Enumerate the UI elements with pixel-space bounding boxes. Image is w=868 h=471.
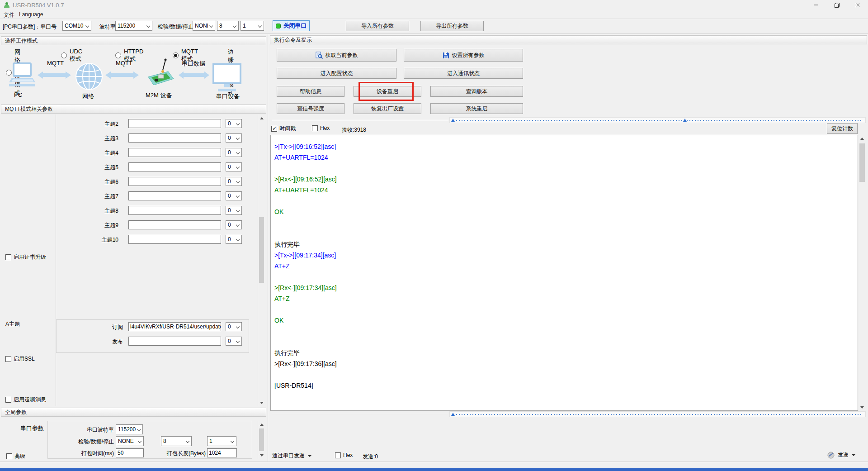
scrollbar-thumb[interactable] bbox=[259, 217, 264, 283]
topic-qos-select[interactable]: 0 bbox=[226, 119, 242, 128]
timestamp-checkbox[interactable] bbox=[271, 126, 277, 132]
log-hscrollbar[interactable] bbox=[449, 117, 866, 123]
get-params-button[interactable]: 获取当前参数 bbox=[277, 49, 396, 62]
will-checkbox-row[interactable]: 启用遗嘱消息 bbox=[5, 396, 46, 404]
packtime-input[interactable]: 50 bbox=[116, 448, 144, 457]
hscroll-thumb-icon[interactable] bbox=[451, 119, 455, 122]
hscroll-groove bbox=[272, 414, 448, 415]
cert-upgrade-checkbox[interactable] bbox=[5, 254, 11, 260]
global-parity-select[interactable]: NONE bbox=[116, 436, 144, 446]
topic-qos-select[interactable]: 0 bbox=[226, 133, 242, 143]
recv-count-label: 接收:3918 bbox=[342, 126, 366, 134]
com-port-select[interactable]: COM10 bbox=[62, 21, 91, 31]
scrollbar-thumb[interactable] bbox=[859, 143, 865, 182]
log-output[interactable]: >[Tx->][09:16:52][asc]AT+UARTFL=1024 >[R… bbox=[270, 135, 858, 411]
global-stopbits-select[interactable]: 1 bbox=[207, 436, 236, 446]
packlen-input[interactable]: 1024 bbox=[207, 448, 237, 457]
timestamp-checkbox-row[interactable]: 时间戳 bbox=[271, 125, 296, 133]
parity-select[interactable]: NONI bbox=[193, 21, 215, 31]
topic-input[interactable] bbox=[128, 133, 221, 143]
scroll-down-icon[interactable] bbox=[859, 404, 866, 411]
topic-label: 主题7 bbox=[53, 193, 118, 200]
subscribe-topic-input[interactable]: i4u4VIKvRXf/USR-DR514/user/update bbox=[128, 322, 221, 331]
log-line bbox=[274, 304, 854, 315]
global-databits-select[interactable]: 8 bbox=[161, 436, 192, 446]
query-version-button[interactable]: 查询版本 bbox=[430, 86, 523, 97]
minimize-button[interactable] bbox=[806, 0, 826, 10]
publish-qos-select[interactable]: 0 bbox=[226, 337, 242, 346]
global-scrollbar[interactable] bbox=[258, 421, 265, 459]
scroll-up-icon[interactable] bbox=[258, 421, 265, 428]
topic-qos-select[interactable]: 0 bbox=[226, 235, 242, 244]
close-serial-button[interactable]: 关闭串口 bbox=[273, 20, 310, 31]
baud-select[interactable]: 115200 bbox=[115, 21, 152, 31]
hscroll-groove bbox=[272, 120, 448, 121]
mqtt-params-divider bbox=[56, 114, 56, 406]
restore-button[interactable] bbox=[826, 0, 847, 10]
serial-group-label: 串口参数 bbox=[20, 424, 44, 433]
mqtt-scrollbar[interactable] bbox=[258, 114, 265, 406]
topic-input[interactable] bbox=[128, 177, 221, 186]
topic-qos-select[interactable]: 0 bbox=[226, 206, 242, 215]
enter-comm-button[interactable]: 进入通讯状态 bbox=[404, 68, 523, 79]
topic-input[interactable] bbox=[128, 162, 221, 171]
topic-qos-select[interactable]: 0 bbox=[226, 191, 242, 200]
enter-config-button[interactable]: 进入配置状态 bbox=[277, 68, 396, 79]
chevron-down-icon bbox=[236, 223, 240, 227]
scroll-down-icon[interactable] bbox=[258, 399, 265, 406]
export-params-button[interactable]: 导出所有参数 bbox=[420, 21, 484, 31]
import-params-button[interactable]: 导入所有参数 bbox=[346, 21, 409, 31]
ssl-checkbox[interactable] bbox=[5, 356, 11, 362]
recv-hex-label: Hex bbox=[320, 125, 330, 131]
subscribe-qos-select[interactable]: 0 bbox=[226, 322, 242, 331]
topic-input[interactable] bbox=[128, 191, 221, 200]
cert-upgrade-checkbox-row[interactable]: 启用证书升级 bbox=[5, 253, 46, 261]
topic-qos-select[interactable]: 0 bbox=[226, 148, 242, 157]
send-via-dropdown[interactable]: 通过串口发送 bbox=[272, 452, 311, 460]
menu-language[interactable]: Language bbox=[19, 11, 43, 18]
scroll-up-icon[interactable] bbox=[859, 135, 866, 142]
hscroll-thumb-icon[interactable] bbox=[683, 119, 687, 122]
stopbits-select[interactable]: 1 bbox=[241, 21, 264, 31]
topic-input[interactable] bbox=[128, 119, 221, 128]
help-button[interactable]: 帮助信息 bbox=[277, 86, 344, 97]
databits-select[interactable]: 8 bbox=[217, 21, 239, 31]
send-hex-checkbox[interactable] bbox=[335, 452, 341, 458]
radio-circle[interactable] bbox=[115, 52, 121, 58]
ssl-checkbox-row[interactable]: 启用SSL bbox=[5, 355, 35, 363]
chevron-down-icon bbox=[209, 24, 213, 28]
log-vscrollbar[interactable] bbox=[858, 135, 866, 411]
scroll-down-icon[interactable] bbox=[258, 452, 265, 459]
topic-input[interactable] bbox=[128, 206, 221, 215]
factory-reset-button[interactable]: 恢复出厂设置 bbox=[354, 103, 421, 114]
topic-qos-select[interactable]: 0 bbox=[226, 177, 242, 186]
scrollbar-thumb[interactable] bbox=[259, 428, 264, 451]
send-hex-checkbox-row[interactable]: Hex bbox=[335, 452, 353, 458]
global-baud-select[interactable]: 115200 bbox=[116, 424, 143, 434]
recv-hex-checkbox-row[interactable]: Hex bbox=[312, 125, 330, 131]
advanced-checkbox[interactable] bbox=[6, 453, 12, 459]
set-params-button[interactable]: 设置所有参数 bbox=[404, 49, 523, 62]
topic-qos-select[interactable]: 0 bbox=[226, 220, 242, 229]
system-restart-button[interactable]: 系统重启 bbox=[430, 103, 523, 114]
scroll-up-icon[interactable] bbox=[258, 114, 265, 122]
will-checkbox[interactable] bbox=[5, 397, 11, 403]
recv-hex-checkbox[interactable] bbox=[312, 125, 318, 131]
topic-input[interactable] bbox=[128, 235, 221, 244]
publish-topic-input[interactable] bbox=[128, 337, 221, 346]
radio-circle[interactable] bbox=[61, 52, 67, 58]
topic-input[interactable] bbox=[128, 220, 221, 229]
device-restart-button[interactable]: 设备重启 bbox=[354, 86, 421, 97]
reset-count-button[interactable]: 复位计数 bbox=[827, 123, 858, 134]
send-button[interactable]: 发送 bbox=[827, 451, 855, 459]
topic-qos-select[interactable]: 0 bbox=[226, 162, 242, 171]
topic-input[interactable] bbox=[128, 148, 221, 157]
menu-file[interactable]: 文件 bbox=[4, 11, 14, 19]
radio-mode-2[interactable]: UDC模式 bbox=[61, 48, 82, 63]
query-signal-button[interactable]: 查信号强度 bbox=[277, 103, 344, 114]
close-button[interactable] bbox=[847, 0, 868, 10]
advanced-checkbox-row[interactable]: 高级 bbox=[6, 452, 25, 460]
diagram-link2-label: MQTT bbox=[116, 60, 132, 67]
hscroll-thumb-icon[interactable] bbox=[451, 413, 455, 416]
send-hscrollbar[interactable] bbox=[449, 411, 866, 417]
